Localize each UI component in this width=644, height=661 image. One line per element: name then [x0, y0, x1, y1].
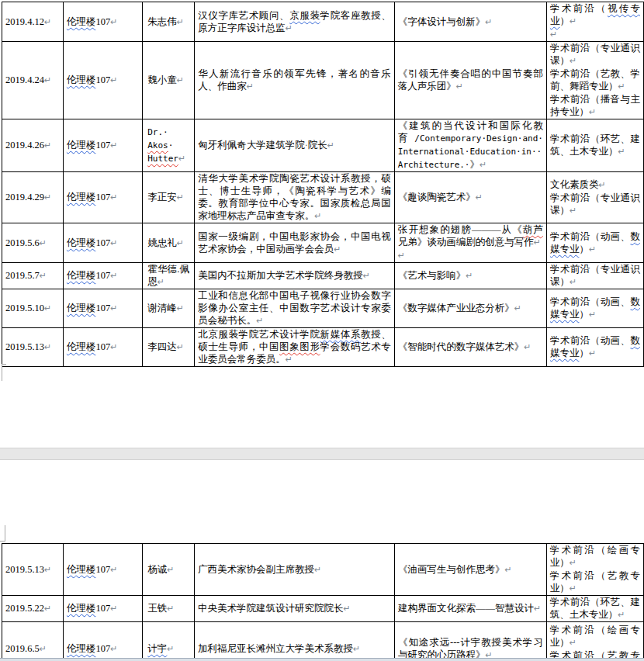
table-cell[interactable]: 华人新流行音乐的领军先锋，著名的音乐人、作曲家↵	[195, 42, 395, 119]
table-cell[interactable]: 《知途求远---计宇教授美术学习与研究的心历路程》↵	[395, 622, 547, 661]
table-cell[interactable]: 谢清峰↵	[143, 289, 195, 328]
table-cell[interactable]: 学术前沿（动画、数媒专业）↵	[546, 328, 643, 367]
table-cell[interactable]: 文化素质类↵学术前沿（专业通识课）↵	[546, 172, 643, 223]
text-segment: 2019.4.24	[5, 74, 44, 85]
paragraph: ↵	[550, 28, 640, 41]
table-cell[interactable]: 伦理楼107↵	[63, 328, 142, 367]
table-cell[interactable]: 2019.4.29↵	[2, 172, 64, 223]
text-segment: ）	[559, 16, 570, 26]
table-cell[interactable]: 伦理楼107↵	[63, 2, 142, 42]
table-cell[interactable]: 2019.4.12↵	[2, 2, 64, 42]
table-cell[interactable]: 魏小童↵	[143, 42, 195, 119]
table-cell[interactable]: 伦理楼107↵	[63, 119, 142, 172]
table-cell[interactable]: 学术前沿（绘画专业）↵学术前沿（艺教专业）↵	[546, 622, 643, 661]
text-segment: 伦理楼	[67, 16, 96, 27]
paragraph-mark-icon: ↵	[110, 604, 117, 614]
text-segment: 图象图形	[279, 341, 320, 352]
table-cell[interactable]: 伦理楼107↵	[63, 263, 142, 289]
table-cell[interactable]: 工业和信息化部中国电子视像行业协会数字影像办公室主任、中国数字艺术设计专家委员会…	[195, 289, 395, 328]
table-cell[interactable]: 2019.5.6↵	[2, 223, 64, 263]
paragraph: 伦理楼107↵	[67, 269, 139, 282]
table-cell[interactable]: 李正安↵	[143, 172, 195, 223]
table-cell[interactable]: 学术前沿（专业通识课）↵	[546, 263, 643, 289]
table-cell[interactable]: 2019.4.26↵	[2, 119, 64, 172]
table-cell[interactable]: 王铁↵	[143, 596, 195, 622]
text-segment: 汉仪字库艺术顾问、	[198, 10, 289, 21]
table-cell[interactable]: 《字体设计与创新》↵	[394, 2, 546, 42]
table-cell[interactable]: 《趣谈陶瓷艺术》↵	[394, 172, 546, 223]
paragraph: 2019.5.13↵	[5, 341, 60, 354]
table-cell[interactable]: 匈牙利佩奇大学建筑学院·院长↵	[195, 119, 395, 172]
table-cell[interactable]: 汉仪字库艺术顾问、京服装学院客座教授、原方正字库设计总监↵	[195, 2, 395, 42]
paragraph: 《艺术与影响》↵	[398, 269, 543, 282]
table-cell[interactable]: 《油画写生与创作思考》↵	[395, 544, 547, 596]
paragraph: 学术前沿（专业通识课）↵	[550, 42, 640, 67]
table-cell[interactable]: 《建筑的当代设计和国际化教育/Contemporary·​Design·​and…	[394, 119, 546, 172]
text-segment: 《知途求远---计宇教授美术学习与研究的心历路程》	[398, 637, 543, 660]
text-segment: 2019.5.13	[5, 564, 44, 575]
table-cell[interactable]: 学术前沿（动画、数媒专业）↵	[546, 289, 643, 328]
table-cell[interactable]: 《引领无伴奏合唱的中国节奏部落人声乐团》↵	[394, 42, 546, 119]
table-cell[interactable]: 霍华德.佩恩↵	[143, 263, 195, 289]
table-cell[interactable]: 计宇↵	[143, 622, 195, 661]
table-cell[interactable]: 学术前沿（专业通识课）↵学术前沿（艺教、学前、舞蹈专业）↵学术前沿（播音与主持专…	[546, 42, 643, 119]
table-cell[interactable]: 伦理楼107↵	[63, 622, 142, 661]
table-cell[interactable]: 《艺术与影响》↵	[394, 263, 546, 289]
paragraph-mark-icon: ↵	[44, 192, 51, 202]
paragraph-mark-icon: ↵	[570, 638, 576, 648]
table-cell[interactable]: 2019.5.13↵	[2, 328, 64, 367]
table-cell[interactable]: 朱志伟↵	[143, 2, 195, 42]
table-cell[interactable]: 2019.5.7↵	[2, 263, 64, 289]
table-cell[interactable]: 学术前沿（环艺、建筑、土木专业）↵	[546, 119, 643, 172]
paragraph: 学术前沿（环艺、建筑、土木专业）↵	[550, 133, 640, 158]
table-cell[interactable]: 伦理楼107↵	[63, 42, 142, 119]
text-segment: 伦理楼	[67, 192, 96, 202]
paragraph: 汉仪字库艺术顾问、京服装学院客座教授、原方正字库设计总监↵	[198, 9, 391, 35]
table-cell[interactable]: 学术前沿（动画、数媒专业）↵	[546, 223, 643, 263]
text-segment: 北京服装学院艺术设计学院	[198, 329, 320, 340]
paragraph: 伦理楼107↵	[67, 191, 139, 204]
table-row: 2019.4.24↵伦理楼107↵魏小童↵华人新流行音乐的领军先锋，著名的音乐人…	[2, 42, 644, 119]
table-cell[interactable]: 广西美术家协会副主席教授↵	[195, 544, 395, 596]
table-cell[interactable]: 伦理楼107↵	[63, 596, 142, 622]
table-cell[interactable]: 北京服装学院艺术设计学院新媒体系教授、硕士生导师，中国图象图形学会数码艺术专业委…	[195, 328, 395, 367]
table-cell[interactable]: 美国内不拉斯加大学艺术学院终身教授↵	[195, 263, 395, 289]
table-cell[interactable]: 张开想象的翅膀———从《葫芦兄弟》谈动画编剧的创意与写作↵↵	[394, 223, 546, 263]
table-cell[interactable]: 《智能时代的数字媒体艺术》↵	[394, 328, 546, 367]
table-cell[interactable]: 2019.4.24↵	[2, 42, 64, 119]
table-cell[interactable]: 伦理楼107↵	[63, 289, 142, 328]
table-cell[interactable]: 杨诚↵	[143, 544, 195, 596]
text-segment: 《数字媒体产业业态分析》	[398, 303, 514, 313]
table-cell[interactable]: 中央美术学院建筑设计研究院院长↵	[195, 596, 395, 622]
table-row: 2019.4.12↵伦理楼107↵朱志伟↵汉仪字库艺术顾问、京服装学院客座教授、…	[2, 2, 644, 42]
table-cell[interactable]: 姚忠礼↵	[143, 223, 195, 263]
lecture-schedule-table-page-1: 2019.4.12↵伦理楼107↵朱志伟↵汉仪字库艺术顾问、京服装学院客座教授、…	[2, 2, 644, 367]
table-cell[interactable]: 2019.6.5↵	[2, 622, 64, 661]
paragraph: 学术前沿（动画、数媒专业）↵	[550, 334, 640, 360]
paragraph: 《数字媒体产业业态分析》↵	[398, 302, 543, 315]
table-cell[interactable]: 伦理楼107↵	[63, 544, 142, 596]
table-cell[interactable]: 2019.5.13↵	[2, 544, 64, 596]
table-cell[interactable]: 2019.5.22↵	[2, 596, 64, 622]
paragraph: 霍华德.佩恩↵	[147, 263, 189, 289]
table-cell[interactable]: 《数字媒体产业业态分析》↵	[394, 289, 546, 328]
table-cell[interactable]: 建构界面文化探索——智慧设计↵	[395, 596, 547, 622]
paragraph: ↵	[398, 249, 543, 262]
paragraph: 杨诚↵	[147, 563, 189, 576]
table-cell[interactable]: 李四达↵	[143, 328, 195, 367]
table-cell[interactable]: 学术前沿（环艺、建筑、土木专业）↵	[546, 596, 643, 622]
table-cell[interactable]: 伦理楼107↵	[63, 223, 142, 263]
table-row: 2019.5.6↵伦理楼107↵姚忠礼↵国家一级编剧，中国电影家协会，中国电视艺…	[2, 223, 644, 263]
paragraph-mark-icon: ↵	[177, 192, 184, 202]
table-cell[interactable]: 学术前沿（绘画专业）↵学术前沿（艺教专业）↵	[546, 544, 643, 596]
paragraph-mark-icon: ↵	[480, 160, 486, 170]
table-cell[interactable]: 学术前沿（视传专业）↵↵	[546, 2, 643, 42]
table-cell[interactable]: 国家一级编剧，中国电影家协会，中国电视艺术家协会，中国动画学会会员↵	[195, 223, 395, 263]
table-cell[interactable]: 伦理楼107↵	[63, 172, 142, 223]
table-cell[interactable]: Dr.·​Akos·​Hutter↵	[143, 119, 195, 172]
text-segment: 伦理楼	[67, 237, 96, 248]
text-boundary-corner-icon	[0, 525, 5, 542]
table-cell[interactable]: 加利福尼亚长滩州立大学美术系教授↵	[195, 622, 395, 661]
table-cell[interactable]: 清华大学美术学院陶瓷艺术设计系教授，硕士、博士生导师，《陶瓷科学与艺术》编委。教…	[195, 172, 395, 223]
table-cell[interactable]: 2019.5.10↵	[2, 289, 64, 328]
